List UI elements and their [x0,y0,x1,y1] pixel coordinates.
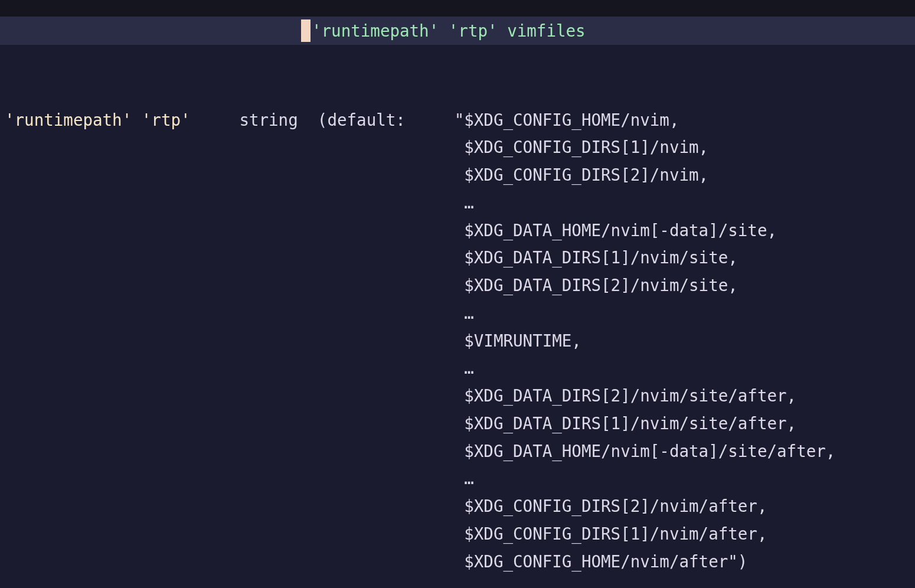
value-line: $XDG_CONFIG_DIRS[2]/nvim/after, [455,492,910,520]
value-line: $XDG_DATA_HOME/nvim[-data]/site, [455,217,910,244]
option-name: 'runtimepath' [5,110,132,129]
cursor-block [301,19,311,42]
value-line: $XDG_DATA_DIRS[2]/nvim/site/after, [455,382,910,410]
option-default-label: (default: [318,110,406,129]
window-top-strip [0,0,915,17]
value-line: $XDG_CONFIG_HOME/nvim/after") [455,548,910,576]
option-left-column: 'runtimepath' 'rtp' string (default: [5,106,455,134]
value-line: $XDG_CONFIG_HOME/nvim, [464,110,679,129]
option-type: string [239,110,298,129]
value-line: … [455,354,910,382]
value-line: $XDG_CONFIG_DIRS[2]/nvim, [455,161,910,189]
value-line: $XDG_CONFIG_DIRS[1]/nvim/after, [455,520,910,548]
value-line: $XDG_DATA_DIRS[1]/nvim/site, [455,244,910,272]
tag-vimfiles: vimfiles [498,17,586,45]
tag-runtimepath: 'runtimepath' [312,17,439,45]
default-open-quote: " [455,110,465,129]
value-line: … [455,465,910,492]
value-line: $XDG_DATA_DIRS[2]/nvim/site, [455,272,910,299]
option-values-column: "$XDG_CONFIG_HOME/nvim, $XDG_CONFIG_DIRS… [455,106,910,576]
option-alias: 'rtp' [142,110,191,129]
tag-rtp: 'rtp' [439,17,497,45]
value-line: … [455,189,910,217]
option-row: 'runtimepath' 'rtp' string (default: "$X… [5,106,910,576]
value-line: $XDG_DATA_HOME/nvim[-data]/site/after, [455,437,910,465]
value-line: $XDG_DATA_DIRS[1]/nvim/site/after, [455,410,910,437]
value-line: $XDG_CONFIG_DIRS[1]/nvim, [455,133,910,161]
help-body[interactable]: 'runtimepath' 'rtp' string (default: "$X… [0,45,915,588]
value-line: … [455,299,910,327]
help-tag-line: 'runtimepath' 'rtp' vimfiles [0,17,915,45]
value-line: $VIMRUNTIME, [455,327,910,355]
